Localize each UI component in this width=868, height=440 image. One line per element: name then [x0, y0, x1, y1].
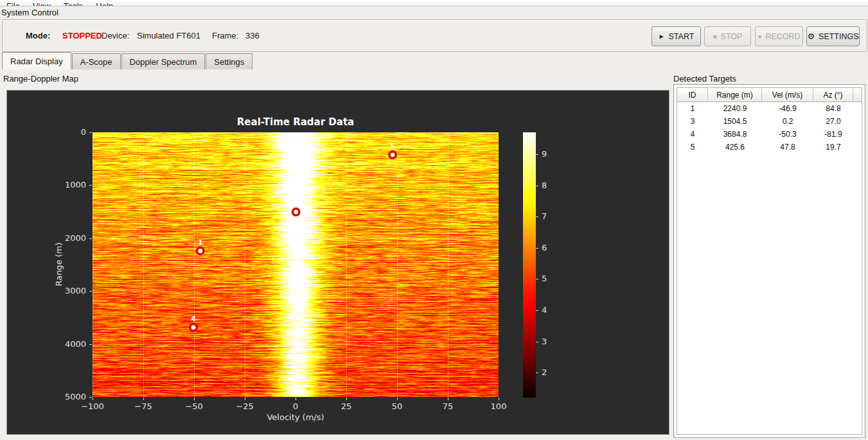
table-cell: 425.6 — [708, 141, 762, 154]
x-tick-mark — [499, 398, 499, 400]
x-tick-label: 25 — [341, 401, 352, 411]
y-tick-mark — [89, 344, 92, 345]
table-cell: 4 — [677, 128, 708, 141]
target-row[interactable]: 31504.50.227.0 — [677, 115, 862, 128]
radar-app-window: FileViewToolsHelp System Control Mode: S… — [0, 0, 868, 440]
table-cell: -46.9 — [762, 102, 813, 115]
y-tick-label: 0 — [54, 127, 86, 137]
table-cell — [853, 115, 862, 128]
colorbar-tick-mark — [536, 342, 538, 342]
y-tick-label: 1000 — [54, 180, 86, 189]
colorbar-tick-mark — [536, 279, 538, 279]
menu-item-file[interactable]: File — [0, 1, 26, 6]
colorbar-tick-label: 9 — [542, 149, 547, 159]
menu-item-tools[interactable]: Tools — [57, 1, 89, 6]
play-icon: ► — [659, 33, 665, 40]
menu-item-view[interactable]: View — [26, 1, 57, 6]
button-label: SETTINGS — [819, 32, 859, 41]
colorbar-tick-label: 8 — [542, 180, 547, 190]
x-tick-label: −25 — [236, 401, 253, 411]
colorbar-tick-label: 6 — [542, 243, 547, 252]
y-tick-label: 5000 — [54, 392, 86, 401]
column-header-stub[interactable] — [853, 88, 862, 102]
table-cell: 1 — [677, 102, 708, 115]
button-label: STOP — [721, 32, 743, 41]
x-tick-mark — [93, 398, 93, 400]
table-cell: 5 — [677, 141, 708, 154]
column-header-vel-m-s[interactable]: Vel (m/s) — [762, 88, 813, 102]
stop-button[interactable]: ■STOP — [704, 26, 751, 46]
record-icon: ● — [757, 33, 761, 40]
detected-targets-title: Detected Targets — [673, 74, 736, 84]
table-cell: 2240.9 — [708, 102, 762, 115]
colorbar-tick-mark — [536, 310, 538, 311]
x-tick-label: −100 — [81, 401, 104, 411]
tab-a-scope[interactable]: A-Scope — [72, 53, 121, 69]
x-tick-label: 100 — [491, 401, 507, 411]
tab-doppler-spectrum[interactable]: Doppler Spectrum — [121, 53, 206, 69]
table-cell: 84.8 — [813, 102, 853, 115]
colorbar-tick-label: 7 — [542, 211, 547, 221]
frame-value: 336 — [245, 31, 260, 40]
device-label: Device: — [102, 31, 129, 40]
column-header-range-m[interactable]: Range (m) — [708, 88, 762, 102]
y-tick-label: 2000 — [54, 233, 86, 243]
tab-radar-display[interactable]: Radar Display — [2, 52, 71, 69]
target-row[interactable]: 43684.8-50.3-81.9 — [677, 128, 862, 141]
range-doppler-chart-panel: Real-Time Radar Data Range (m) Velocity … — [6, 90, 669, 435]
y-tick-mark — [89, 291, 92, 292]
colorbar-tick-label: 5 — [542, 274, 547, 283]
x-axis-label: Velocity (m/s) — [267, 412, 324, 422]
detected-targets-table[interactable]: IDRange (m)Vel (m/s)Az (°) 12240.9-46.98… — [677, 87, 862, 435]
start-button[interactable]: ►START — [651, 26, 701, 46]
x-tick-label: −50 — [185, 401, 202, 411]
button-label: START — [669, 32, 695, 41]
stop-icon: ■ — [713, 33, 717, 40]
column-header-az[interactable]: Az (°) — [813, 88, 853, 102]
colorbar-tick-mark — [536, 248, 538, 249]
system-control-group-title: System Control — [1, 8, 58, 17]
colorbar-tick-mark — [536, 216, 538, 217]
y-tick-mark — [89, 132, 92, 133]
table-cell: -50.3 — [762, 128, 813, 141]
menu-bar: FileViewToolsHelp — [0, 0, 868, 6]
x-tick-mark — [245, 398, 245, 400]
y-axis-label: Range (m) — [54, 242, 64, 286]
colorbar-tick-mark — [536, 373, 538, 373]
target-row[interactable]: 12240.9-46.984.8 — [677, 102, 862, 115]
chart-title: Real-Time Radar Data — [237, 116, 354, 128]
x-tick-label: 75 — [443, 401, 454, 411]
x-tick-mark — [143, 398, 144, 400]
x-tick-mark — [448, 398, 448, 400]
x-tick-mark — [397, 398, 398, 400]
y-tick-label: 4000 — [54, 339, 86, 349]
x-tick-mark — [194, 398, 195, 400]
table-body: 12240.9-46.984.831504.50.227.043684.8-50… — [677, 102, 862, 154]
gear-icon: ⚙ — [807, 32, 815, 40]
y-tick-mark — [89, 185, 92, 186]
table-cell — [853, 141, 862, 154]
frame-label: Frame: — [212, 31, 238, 40]
record-button[interactable]: ●RECORD — [755, 26, 803, 46]
table-cell: 47.8 — [762, 141, 813, 154]
table-header-row: IDRange (m)Vel (m/s)Az (°) — [677, 88, 862, 102]
table-cell: 1504.5 — [708, 115, 762, 128]
range-doppler-map-title: Range-Doppler Map — [3, 74, 78, 84]
tab-settings[interactable]: Settings — [206, 53, 252, 69]
button-label: RECORD — [765, 32, 800, 41]
column-header-id[interactable]: ID — [677, 88, 708, 102]
colorbar-tick-label: 2 — [542, 367, 547, 377]
detected-targets-panel: IDRange (m)Vel (m/s)Az (°) 12240.9-46.98… — [673, 84, 865, 438]
table-cell — [853, 102, 862, 115]
x-tick-label: 0 — [293, 401, 298, 411]
table-cell — [853, 128, 862, 141]
table-cell: -81.9 — [813, 128, 853, 141]
colorbar-tick-mark — [536, 154, 538, 155]
menu-item-help[interactable]: Help — [89, 1, 120, 6]
colorbar — [523, 132, 536, 398]
mode-label: Mode: — [26, 31, 50, 40]
settings-button[interactable]: ⚙SETTINGS — [806, 26, 860, 46]
x-tick-label: 50 — [392, 401, 403, 411]
target-row[interactable]: 5425.647.819.7 — [677, 141, 862, 154]
x-tick-mark — [346, 398, 347, 400]
